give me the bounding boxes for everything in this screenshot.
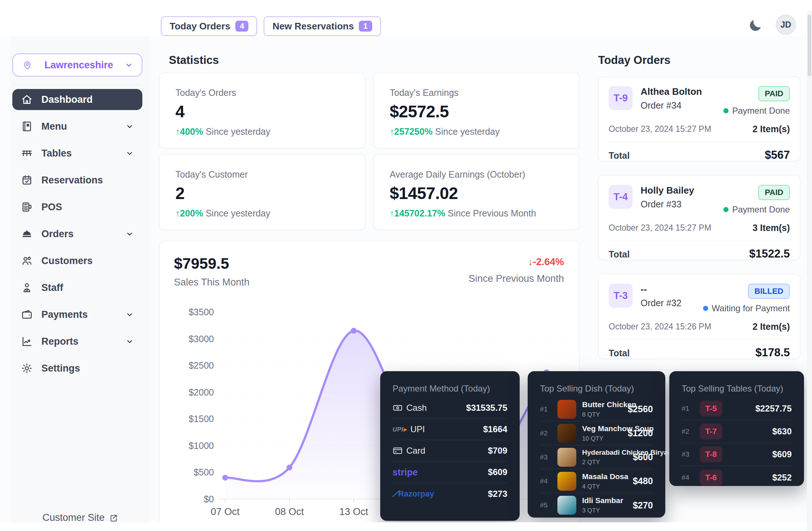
stat-card-todays-customer: Today's Customer 2 ↑200% Since yesterday bbox=[159, 154, 365, 230]
payment-row: UPI▸ UPI $1664 bbox=[393, 419, 507, 440]
stat-value: 4 bbox=[175, 102, 349, 121]
sidebar-item-label: Reports bbox=[41, 336, 117, 347]
payment-amount: $609 bbox=[488, 467, 507, 477]
sidebar-item-pos[interactable]: POS bbox=[12, 196, 142, 218]
sidebar-item-settings[interactable]: Settings bbox=[12, 358, 142, 379]
stat-delta-value: 257250% bbox=[394, 126, 433, 137]
payment-amount: $709 bbox=[488, 446, 507, 456]
svg-text:$1000: $1000 bbox=[188, 441, 214, 451]
table-rank: #2 bbox=[682, 427, 693, 435]
order-datetime: October 23, 2024 15:26 PM bbox=[609, 322, 711, 332]
table-rank: #1 bbox=[682, 405, 693, 413]
sidebar-divider bbox=[12, 85, 142, 85]
staff-person-icon bbox=[21, 282, 33, 293]
table-rank-row: #1 T-5 $2257.75 bbox=[682, 397, 792, 420]
sidebar-item-label: Menu bbox=[41, 121, 117, 132]
stat-delta-note: Since Previous Month bbox=[448, 208, 536, 218]
svg-text:13 Oct: 13 Oct bbox=[339, 506, 368, 517]
avatar-initials: JD bbox=[780, 20, 791, 30]
status-badge: PAID bbox=[758, 86, 790, 101]
sidebar-item-dashboard[interactable]: Dashboard bbox=[12, 89, 142, 110]
new-reservations-button[interactable]: New Reservations 1 bbox=[264, 16, 381, 36]
sidebar-item-reports[interactable]: Reports bbox=[12, 331, 142, 352]
payment-row: Cash $31535.75 bbox=[393, 397, 507, 419]
payment-amount: $1664 bbox=[483, 424, 507, 434]
divider bbox=[609, 142, 790, 142]
dish-rank: #4 bbox=[540, 477, 552, 485]
table-amount: $2257.75 bbox=[755, 404, 792, 414]
sidebar-item-label: Payments bbox=[41, 309, 117, 320]
order-card[interactable]: T-4 Holly Bailey Order #33 PAID Payment … bbox=[598, 175, 800, 260]
sales-total: $7959.5 bbox=[174, 255, 229, 272]
dish-name: Veg Manchow Soup bbox=[582, 424, 622, 433]
table-badge: T-8 bbox=[700, 446, 722, 462]
sidebar-item-reservations[interactable]: Reservations bbox=[12, 170, 142, 191]
today-orders-button-label: Today Orders bbox=[170, 21, 230, 32]
payment-method-heading: Payment Method (Today) bbox=[393, 384, 507, 394]
dish-qty: 2 QTY bbox=[582, 459, 627, 466]
moon-icon bbox=[747, 17, 763, 33]
stat-label: Today's Customer bbox=[175, 169, 349, 180]
stat-value: $2572.5 bbox=[390, 102, 563, 121]
order-items-count: 2 Item(s) bbox=[752, 124, 790, 134]
chevron-down-icon bbox=[126, 337, 134, 345]
sidebar-item-staff[interactable]: Staff bbox=[12, 277, 142, 298]
order-total: $1522.5 bbox=[749, 247, 790, 260]
chevron-down-icon bbox=[126, 149, 134, 157]
customer-name: Holly Bailey bbox=[641, 185, 694, 196]
table-badge: T-4 bbox=[609, 185, 633, 209]
cash-icon bbox=[393, 403, 403, 413]
sidebar-item-customers[interactable]: Customers bbox=[12, 250, 142, 271]
credit-card-icon bbox=[393, 446, 403, 456]
home-icon bbox=[21, 94, 33, 105]
today-orders-button[interactable]: Today Orders 4 bbox=[161, 16, 257, 36]
stat-delta-note: Since yesterday bbox=[435, 126, 500, 137]
total-label: Total bbox=[609, 249, 630, 260]
svg-text:08 Oct: 08 Oct bbox=[275, 506, 304, 517]
sidebar-item-menu[interactable]: Menu bbox=[12, 116, 142, 137]
sidebar-item-label: Dashboard bbox=[41, 94, 134, 105]
stat-delta-value: 400% bbox=[180, 126, 203, 137]
dish-row: #5 Idli Sambar3 QTY $270 bbox=[540, 493, 653, 517]
menu-book-icon bbox=[21, 121, 33, 132]
statistics-heading: Statistics bbox=[169, 54, 219, 67]
sidebar-item-orders[interactable]: Orders bbox=[12, 223, 142, 244]
payment-method-name: Cash bbox=[406, 403, 427, 413]
status-badge: BILLED bbox=[748, 284, 790, 299]
order-card[interactable]: T-9 Althea Bolton Order #34 PAID Payment… bbox=[598, 76, 800, 161]
svg-text:$1500: $1500 bbox=[188, 414, 214, 424]
sidebar-item-label: Staff bbox=[41, 282, 134, 293]
dish-image bbox=[557, 496, 576, 515]
today-orders-list: T-9 Althea Bolton Order #34 PAID Payment… bbox=[598, 76, 800, 373]
dish-image bbox=[557, 472, 576, 491]
avatar[interactable]: JD bbox=[776, 15, 796, 35]
order-items-count: 3 Item(s) bbox=[752, 223, 790, 233]
payment-state: Payment Done bbox=[732, 106, 790, 116]
table-rank-row: #2 T-7 $630 bbox=[682, 420, 792, 443]
location-selector[interactable]: Lawrenceshire bbox=[12, 53, 142, 77]
razorpay-logo-icon: ⟋Razorpay bbox=[393, 489, 434, 499]
stat-card-todays-earnings: Today's Earnings $2572.5 ↑257250% Since … bbox=[373, 73, 580, 148]
table-badge: T-5 bbox=[700, 401, 722, 417]
customer-site-link[interactable]: Customer Site bbox=[42, 512, 118, 523]
scrollbar-thumb[interactable] bbox=[808, 15, 811, 76]
stat-value: 2 bbox=[175, 183, 349, 203]
payment-amount: $273 bbox=[488, 489, 507, 499]
sidebar-item-payments[interactable]: Payments bbox=[12, 304, 142, 325]
stat-label: Today's Orders bbox=[175, 88, 349, 98]
chevron-down-icon bbox=[126, 311, 134, 319]
dish-name: Masala Dosa bbox=[582, 472, 627, 481]
table-rank: #3 bbox=[682, 450, 693, 458]
table-rank-row: #3 T-8 $609 bbox=[682, 443, 792, 466]
dish-row: #4 Masala Dosa4 QTY $480 bbox=[540, 469, 653, 493]
stats-row-1: Today's Orders 4 ↑400% Since yesterday T… bbox=[159, 73, 580, 148]
stat-label: Average Daily Earnings (October) bbox=[390, 169, 563, 180]
sidebar-item-tables[interactable]: Tables bbox=[12, 143, 142, 164]
order-card[interactable]: T-3 -- Order #32 BILLED Waiting for Paym… bbox=[598, 274, 800, 359]
scrollbar-track[interactable] bbox=[807, 11, 812, 531]
order-total: $567 bbox=[765, 149, 790, 162]
dark-mode-toggle[interactable] bbox=[747, 17, 763, 33]
total-label: Total bbox=[609, 348, 630, 358]
payment-state: Payment Done bbox=[732, 204, 790, 215]
dish-qty: 3 QTY bbox=[582, 507, 627, 514]
